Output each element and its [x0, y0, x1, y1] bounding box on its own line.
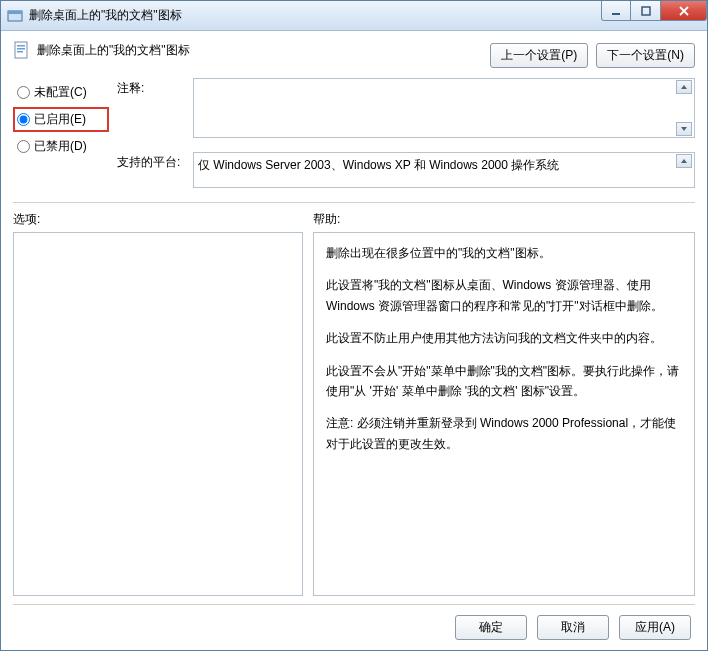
window-controls: [601, 1, 707, 21]
policy-icon: [13, 41, 31, 59]
svg-rect-3: [642, 7, 650, 15]
options-panel[interactable]: [13, 232, 303, 596]
help-p4: 此设置不会从"开始"菜单中删除"我的文档"图标。要执行此操作，请使用"从 '开始…: [326, 361, 682, 402]
fields-column: 注释: 支持的平台: 仅 Windows Server 2003、Windows…: [117, 78, 695, 188]
svg-rect-6: [17, 48, 25, 50]
comment-scroll-down[interactable]: [676, 122, 692, 136]
radio-enabled[interactable]: 已启用(E): [13, 107, 109, 132]
platform-label: 支持的平台:: [117, 152, 189, 171]
radio-not-configured[interactable]: 未配置(C): [13, 80, 109, 105]
comment-scroll-up[interactable]: [676, 80, 692, 94]
header-left: 删除桌面上的"我的文档"图标: [13, 41, 190, 59]
radio-disabled-label: 已禁用(D): [34, 138, 87, 155]
radio-enabled-input[interactable]: [17, 113, 30, 126]
window-title: 删除桌面上的"我的文档"图标: [29, 7, 182, 24]
previous-setting-button[interactable]: 上一个设置(P): [490, 43, 588, 68]
platform-row: 支持的平台: 仅 Windows Server 2003、Windows XP …: [117, 152, 695, 188]
platform-scroll-up[interactable]: [676, 154, 692, 168]
apply-button[interactable]: 应用(A): [619, 615, 691, 640]
help-label: 帮助:: [313, 211, 340, 228]
help-p3: 此设置不防止用户使用其他方法访问我的文档文件夹中的内容。: [326, 328, 682, 348]
comment-label: 注释:: [117, 78, 189, 97]
help-panel[interactable]: 删除出现在很多位置中的"我的文档"图标。 此设置将"我的文档"图标从桌面、Win…: [313, 232, 695, 596]
options-label: 选项:: [13, 211, 313, 228]
footer-buttons: 确定 取消 应用(A): [13, 604, 695, 640]
help-p5: 注意: 必须注销并重新登录到 Windows 2000 Professional…: [326, 413, 682, 454]
ok-button[interactable]: 确定: [455, 615, 527, 640]
cancel-button[interactable]: 取消: [537, 615, 609, 640]
content-area: 删除桌面上的"我的文档"图标 上一个设置(P) 下一个设置(N) 未配置(C) …: [1, 31, 707, 650]
radio-disabled[interactable]: 已禁用(D): [13, 134, 109, 159]
radio-not-configured-input[interactable]: [17, 86, 30, 99]
maximize-button[interactable]: [631, 1, 661, 21]
radio-disabled-input[interactable]: [17, 140, 30, 153]
radio-enabled-label: 已启用(E): [34, 111, 86, 128]
svg-rect-1: [8, 11, 22, 14]
comment-row: 注释:: [117, 78, 695, 138]
svg-rect-4: [15, 42, 27, 58]
radio-not-configured-label: 未配置(C): [34, 84, 87, 101]
header-row: 删除桌面上的"我的文档"图标 上一个设置(P) 下一个设置(N): [13, 41, 695, 68]
lower-labels: 选项: 帮助:: [13, 211, 695, 228]
minimize-button[interactable]: [601, 1, 631, 21]
lower-panels: 删除出现在很多位置中的"我的文档"图标。 此设置将"我的文档"图标从桌面、Win…: [13, 232, 695, 596]
help-p1: 删除出现在很多位置中的"我的文档"图标。: [326, 243, 682, 263]
main-area: 未配置(C) 已启用(E) 已禁用(D) 注释:: [13, 78, 695, 203]
page-title: 删除桌面上的"我的文档"图标: [37, 42, 190, 59]
close-button[interactable]: [661, 1, 707, 21]
svg-rect-7: [17, 51, 23, 53]
app-icon: [7, 8, 23, 24]
nav-buttons: 上一个设置(P) 下一个设置(N): [490, 43, 695, 68]
titlebar[interactable]: 删除桌面上的"我的文档"图标: [1, 1, 707, 31]
svg-rect-2: [612, 13, 620, 15]
dialog-window: 删除桌面上的"我的文档"图标 删除桌面上的"我的文档"图标 上一个设置(P): [0, 0, 708, 651]
help-p2: 此设置将"我的文档"图标从桌面、Windows 资源管理器、使用 Windows…: [326, 275, 682, 316]
state-radio-group: 未配置(C) 已启用(E) 已禁用(D): [13, 78, 109, 188]
next-setting-button[interactable]: 下一个设置(N): [596, 43, 695, 68]
comment-textarea[interactable]: [193, 78, 695, 138]
svg-rect-5: [17, 45, 25, 47]
platform-text: 仅 Windows Server 2003、Windows XP 和 Windo…: [193, 152, 695, 188]
